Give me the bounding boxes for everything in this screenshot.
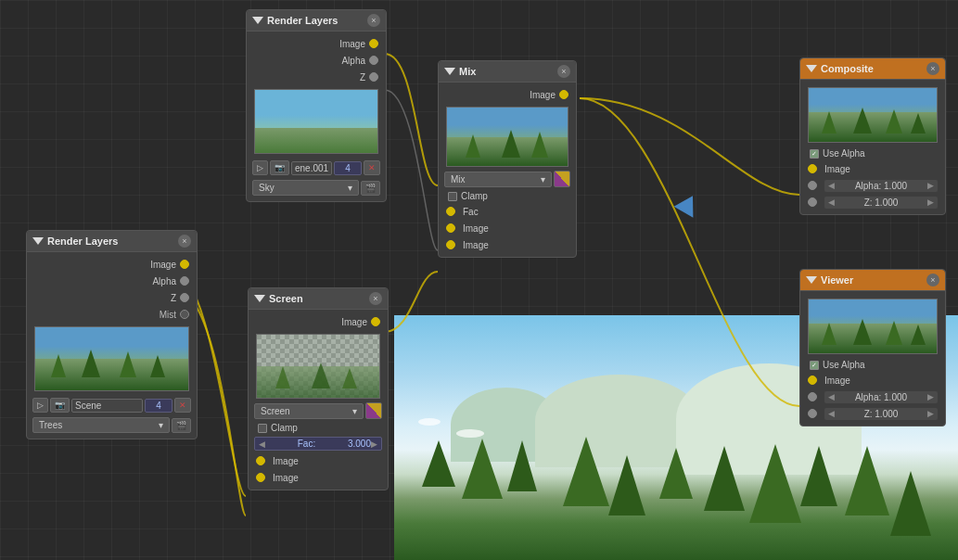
collapse-triangle[interactable] bbox=[252, 17, 263, 24]
mix-icon-btn[interactable] bbox=[554, 171, 570, 187]
render-layers-top-image-row: Image bbox=[247, 35, 386, 52]
mix-image1-row: Image bbox=[439, 220, 576, 236]
x-btn-top[interactable]: ✕ bbox=[364, 160, 380, 175]
composite-alpha-socket[interactable] bbox=[808, 181, 817, 190]
fac-left-arrow[interactable]: ◀ bbox=[259, 439, 265, 449]
render-layers-left-image-row: Image bbox=[27, 256, 197, 273]
composite-z-row: ◀ Z: 1.000 ▶ bbox=[800, 194, 945, 210]
render-layers-top-alpha-socket[interactable] bbox=[369, 56, 378, 65]
screen-image2-socket[interactable] bbox=[256, 473, 265, 482]
viewer-use-alpha-row: Use Alpha bbox=[800, 358, 945, 372]
mix-clamp-row: Clamp bbox=[439, 189, 576, 203]
collapse-triangle-left[interactable] bbox=[32, 237, 44, 245]
collapse-triangle-mix[interactable] bbox=[444, 68, 455, 75]
composite-image-row: Image bbox=[800, 160, 945, 177]
render-layers-left-close[interactable]: × bbox=[178, 235, 191, 248]
render-btn-left[interactable]: ▷ bbox=[32, 398, 48, 413]
viewer-z-label: Z: 1.000 bbox=[835, 409, 927, 419]
scene-input-left[interactable]: Scene bbox=[71, 399, 143, 413]
screen-icon-btn[interactable] bbox=[365, 402, 382, 419]
render-layers-top-header: Render Layers × bbox=[247, 10, 386, 32]
render-layers-left-title: Render Layers bbox=[32, 235, 118, 247]
render-layers-left-body: Image Alpha Z Mist ▷ 📷 Scene 4 ✕ bbox=[27, 252, 197, 439]
render-layers-left-z-socket[interactable] bbox=[180, 293, 189, 302]
mix-image2-socket[interactable] bbox=[446, 240, 455, 249]
trees-dropdown[interactable]: Trees ▾ bbox=[32, 417, 170, 433]
collapse-triangle-screen[interactable] bbox=[254, 295, 265, 302]
mix-image-out-socket[interactable] bbox=[559, 90, 568, 99]
mix-clamp-checkbox[interactable] bbox=[448, 192, 457, 201]
render-layers-left-alpha-socket[interactable] bbox=[180, 276, 189, 286]
cursor-arrow bbox=[674, 190, 703, 217]
viewer-z-row: ◀ Z: 1.000 ▶ bbox=[800, 405, 945, 422]
mix-image1-socket[interactable] bbox=[446, 223, 455, 233]
mix-close[interactable]: × bbox=[557, 65, 570, 78]
screen-preview bbox=[256, 334, 380, 399]
composite-image-socket[interactable] bbox=[808, 164, 817, 173]
collapse-triangle-viewer[interactable] bbox=[806, 276, 817, 284]
render-layers-top-node: Render Layers × Image Alpha Z ▷ 📷 ene.00… bbox=[246, 9, 387, 202]
viewer-alpha-socket[interactable] bbox=[808, 392, 817, 401]
render-layers-left-node: Render Layers × Image Alpha Z Mist bbox=[26, 230, 198, 439]
scene-input[interactable]: ene.001 bbox=[291, 161, 332, 175]
x-btn-left[interactable]: ✕ bbox=[174, 398, 191, 413]
mix-image2-row: Image bbox=[439, 236, 576, 253]
mix-node: Mix × Image Mix ▾ Clamp bbox=[438, 60, 577, 258]
render-layers-left-mist-socket[interactable] bbox=[180, 310, 189, 319]
sky-icon-btn[interactable]: 🎬 bbox=[361, 181, 380, 196]
render-layers-left-preview bbox=[34, 326, 189, 391]
screen-blend-dropdown[interactable]: Screen ▾ bbox=[254, 403, 364, 419]
screen-image1-socket[interactable] bbox=[256, 456, 265, 465]
collapse-triangle-composite[interactable] bbox=[806, 65, 817, 72]
viewer-z-socket[interactable] bbox=[808, 409, 817, 418]
screen-fac-row[interactable]: ◀ Fac: 3.000 ▶ bbox=[254, 437, 382, 451]
viewer-header: Viewer × bbox=[800, 270, 945, 291]
render-layers-left-alpha-row: Alpha bbox=[27, 273, 197, 289]
viewer-image-row: Image bbox=[800, 372, 945, 388]
screen-image-out-socket[interactable] bbox=[371, 317, 380, 326]
composite-z-socket[interactable] bbox=[808, 197, 817, 207]
screen-blend-select: Screen ▾ bbox=[254, 402, 382, 419]
viewer-title: Viewer bbox=[806, 274, 853, 286]
render-layers-top-body: Image Alpha Z ▷ 📷 ene.001 4 ✕ Sky ▾ bbox=[247, 32, 386, 201]
layer-num-top[interactable]: 4 bbox=[334, 161, 362, 175]
render-layers-top-title: Render Layers bbox=[252, 15, 338, 26]
render-layers-left-z-row: Z bbox=[27, 289, 197, 306]
mix-fac-socket[interactable] bbox=[446, 207, 455, 216]
composite-alpha-label: Alpha: 1.000 bbox=[835, 181, 927, 191]
layer-num-left[interactable]: 4 bbox=[145, 399, 172, 413]
composite-preview bbox=[808, 87, 938, 143]
mix-blend-dropdown[interactable]: Mix ▾ bbox=[444, 172, 552, 187]
mix-fac-row: Fac bbox=[439, 203, 576, 220]
composite-title: Composite bbox=[806, 63, 874, 74]
viewer-use-alpha-checkbox[interactable] bbox=[810, 361, 819, 370]
render-layers-left-header: Render Layers × bbox=[27, 231, 197, 252]
fac-right-arrow[interactable]: ▶ bbox=[371, 439, 377, 449]
render-layers-top-image-socket[interactable] bbox=[369, 39, 378, 48]
composite-close[interactable]: × bbox=[926, 62, 939, 75]
screen-header: Screen × bbox=[249, 288, 388, 310]
mix-body: Image Mix ▾ Clamp Fac bbox=[439, 83, 576, 257]
render-layers-left-image-socket[interactable] bbox=[180, 260, 189, 269]
viewer-preview bbox=[808, 299, 938, 354]
screen-node: Screen × Image Screen ▾ Clamp bbox=[248, 287, 389, 490]
cam-btn-left[interactable]: 📷 bbox=[50, 398, 70, 413]
screen-close[interactable]: × bbox=[369, 292, 382, 305]
mix-title: Mix bbox=[444, 66, 476, 77]
sky-dropdown[interactable]: Sky ▾ bbox=[252, 180, 359, 196]
render-layers-top-z-socket[interactable] bbox=[369, 72, 378, 82]
render-btn[interactable]: ▷ bbox=[252, 160, 268, 175]
trees-icon-btn[interactable]: 🎬 bbox=[172, 418, 191, 433]
composite-use-alpha-checkbox[interactable] bbox=[810, 149, 819, 159]
cam-btn[interactable]: 📷 bbox=[270, 160, 289, 175]
viewer-image-socket[interactable] bbox=[808, 375, 817, 385]
render-layers-left-toolbar: ▷ 📷 Scene 4 ✕ bbox=[27, 395, 197, 415]
viewer-close[interactable]: × bbox=[926, 274, 939, 286]
render-layers-top-close[interactable]: × bbox=[367, 14, 380, 27]
render-layers-top-toolbar: ▷ 📷 ene.001 4 ✕ bbox=[247, 158, 386, 178]
render-layers-top-preview bbox=[254, 89, 378, 154]
screen-clamp-checkbox[interactable] bbox=[258, 424, 267, 433]
composite-node: Composite × Use Alpha Image ◀ Alpha: bbox=[799, 57, 946, 215]
mix-blend-select: Mix ▾ bbox=[444, 171, 570, 187]
render-layers-top-layer-select: Sky ▾ 🎬 bbox=[252, 180, 380, 196]
